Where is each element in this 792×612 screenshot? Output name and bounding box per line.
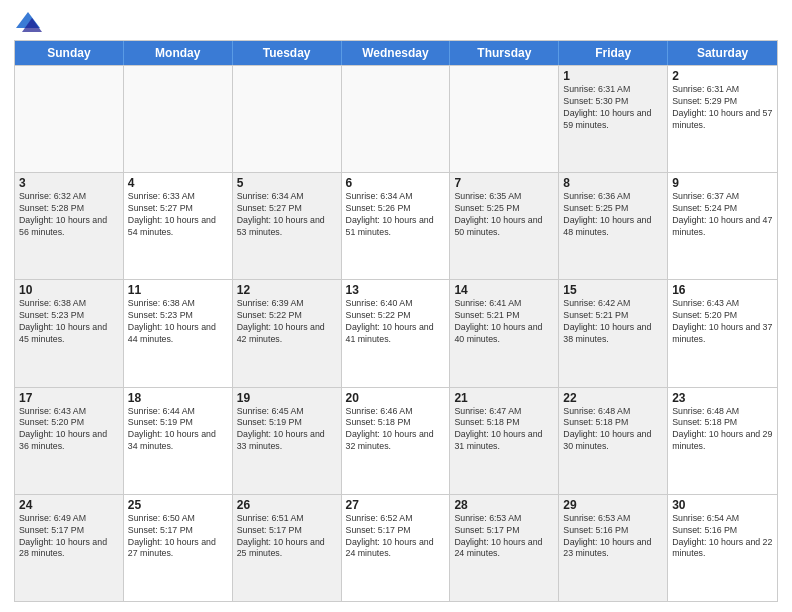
day-number: 13 — [346, 283, 446, 297]
day-number: 4 — [128, 176, 228, 190]
cal-header-tuesday: Tuesday — [233, 41, 342, 65]
cal-header-monday: Monday — [124, 41, 233, 65]
day-number: 17 — [19, 391, 119, 405]
header — [14, 10, 778, 34]
cal-empty-cell — [124, 66, 233, 172]
cal-week-2: 3Sunrise: 6:32 AM Sunset: 5:28 PM Daylig… — [15, 172, 777, 279]
day-info: Sunrise: 6:35 AM Sunset: 5:25 PM Dayligh… — [454, 191, 554, 239]
day-number: 2 — [672, 69, 773, 83]
cal-header-friday: Friday — [559, 41, 668, 65]
cal-week-4: 17Sunrise: 6:43 AM Sunset: 5:20 PM Dayli… — [15, 387, 777, 494]
day-number: 10 — [19, 283, 119, 297]
day-number: 5 — [237, 176, 337, 190]
calendar-header: SundayMondayTuesdayWednesdayThursdayFrid… — [15, 41, 777, 65]
cal-day-28: 28Sunrise: 6:53 AM Sunset: 5:17 PM Dayli… — [450, 495, 559, 601]
cal-header-thursday: Thursday — [450, 41, 559, 65]
day-info: Sunrise: 6:47 AM Sunset: 5:18 PM Dayligh… — [454, 406, 554, 454]
day-info: Sunrise: 6:37 AM Sunset: 5:24 PM Dayligh… — [672, 191, 773, 239]
day-info: Sunrise: 6:43 AM Sunset: 5:20 PM Dayligh… — [672, 298, 773, 346]
day-info: Sunrise: 6:49 AM Sunset: 5:17 PM Dayligh… — [19, 513, 119, 561]
calendar-body: 1Sunrise: 6:31 AM Sunset: 5:30 PM Daylig… — [15, 65, 777, 601]
day-number: 25 — [128, 498, 228, 512]
cal-day-3: 3Sunrise: 6:32 AM Sunset: 5:28 PM Daylig… — [15, 173, 124, 279]
day-number: 14 — [454, 283, 554, 297]
day-number: 28 — [454, 498, 554, 512]
cal-day-6: 6Sunrise: 6:34 AM Sunset: 5:26 PM Daylig… — [342, 173, 451, 279]
day-info: Sunrise: 6:54 AM Sunset: 5:16 PM Dayligh… — [672, 513, 773, 561]
cal-day-14: 14Sunrise: 6:41 AM Sunset: 5:21 PM Dayli… — [450, 280, 559, 386]
cal-header-sunday: Sunday — [15, 41, 124, 65]
day-info: Sunrise: 6:33 AM Sunset: 5:27 PM Dayligh… — [128, 191, 228, 239]
cal-day-19: 19Sunrise: 6:45 AM Sunset: 5:19 PM Dayli… — [233, 388, 342, 494]
day-number: 20 — [346, 391, 446, 405]
cal-day-1: 1Sunrise: 6:31 AM Sunset: 5:30 PM Daylig… — [559, 66, 668, 172]
day-info: Sunrise: 6:48 AM Sunset: 5:18 PM Dayligh… — [672, 406, 773, 454]
day-info: Sunrise: 6:31 AM Sunset: 5:30 PM Dayligh… — [563, 84, 663, 132]
day-number: 6 — [346, 176, 446, 190]
day-number: 26 — [237, 498, 337, 512]
cal-day-13: 13Sunrise: 6:40 AM Sunset: 5:22 PM Dayli… — [342, 280, 451, 386]
day-number: 29 — [563, 498, 663, 512]
day-number: 30 — [672, 498, 773, 512]
day-info: Sunrise: 6:34 AM Sunset: 5:26 PM Dayligh… — [346, 191, 446, 239]
cal-week-1: 1Sunrise: 6:31 AM Sunset: 5:30 PM Daylig… — [15, 65, 777, 172]
day-number: 22 — [563, 391, 663, 405]
cal-empty-cell — [450, 66, 559, 172]
day-info: Sunrise: 6:51 AM Sunset: 5:17 PM Dayligh… — [237, 513, 337, 561]
cal-day-25: 25Sunrise: 6:50 AM Sunset: 5:17 PM Dayli… — [124, 495, 233, 601]
day-info: Sunrise: 6:52 AM Sunset: 5:17 PM Dayligh… — [346, 513, 446, 561]
cal-week-5: 24Sunrise: 6:49 AM Sunset: 5:17 PM Dayli… — [15, 494, 777, 601]
cal-empty-cell — [342, 66, 451, 172]
cal-header-wednesday: Wednesday — [342, 41, 451, 65]
cal-day-24: 24Sunrise: 6:49 AM Sunset: 5:17 PM Dayli… — [15, 495, 124, 601]
cal-day-21: 21Sunrise: 6:47 AM Sunset: 5:18 PM Dayli… — [450, 388, 559, 494]
day-number: 23 — [672, 391, 773, 405]
cal-day-17: 17Sunrise: 6:43 AM Sunset: 5:20 PM Dayli… — [15, 388, 124, 494]
day-info: Sunrise: 6:53 AM Sunset: 5:16 PM Dayligh… — [563, 513, 663, 561]
cal-day-27: 27Sunrise: 6:52 AM Sunset: 5:17 PM Dayli… — [342, 495, 451, 601]
cal-day-29: 29Sunrise: 6:53 AM Sunset: 5:16 PM Dayli… — [559, 495, 668, 601]
logo-icon — [14, 10, 42, 34]
day-info: Sunrise: 6:41 AM Sunset: 5:21 PM Dayligh… — [454, 298, 554, 346]
cal-day-9: 9Sunrise: 6:37 AM Sunset: 5:24 PM Daylig… — [668, 173, 777, 279]
day-info: Sunrise: 6:32 AM Sunset: 5:28 PM Dayligh… — [19, 191, 119, 239]
cal-day-4: 4Sunrise: 6:33 AM Sunset: 5:27 PM Daylig… — [124, 173, 233, 279]
cal-day-26: 26Sunrise: 6:51 AM Sunset: 5:17 PM Dayli… — [233, 495, 342, 601]
cal-day-18: 18Sunrise: 6:44 AM Sunset: 5:19 PM Dayli… — [124, 388, 233, 494]
cal-day-16: 16Sunrise: 6:43 AM Sunset: 5:20 PM Dayli… — [668, 280, 777, 386]
cal-day-2: 2Sunrise: 6:31 AM Sunset: 5:29 PM Daylig… — [668, 66, 777, 172]
day-number: 19 — [237, 391, 337, 405]
day-info: Sunrise: 6:44 AM Sunset: 5:19 PM Dayligh… — [128, 406, 228, 454]
day-info: Sunrise: 6:50 AM Sunset: 5:17 PM Dayligh… — [128, 513, 228, 561]
day-number: 21 — [454, 391, 554, 405]
day-number: 27 — [346, 498, 446, 512]
cal-day-11: 11Sunrise: 6:38 AM Sunset: 5:23 PM Dayli… — [124, 280, 233, 386]
day-number: 18 — [128, 391, 228, 405]
day-number: 8 — [563, 176, 663, 190]
page: SundayMondayTuesdayWednesdayThursdayFrid… — [0, 0, 792, 612]
cal-day-8: 8Sunrise: 6:36 AM Sunset: 5:25 PM Daylig… — [559, 173, 668, 279]
day-info: Sunrise: 6:34 AM Sunset: 5:27 PM Dayligh… — [237, 191, 337, 239]
cal-day-7: 7Sunrise: 6:35 AM Sunset: 5:25 PM Daylig… — [450, 173, 559, 279]
day-info: Sunrise: 6:38 AM Sunset: 5:23 PM Dayligh… — [128, 298, 228, 346]
day-number: 9 — [672, 176, 773, 190]
day-number: 12 — [237, 283, 337, 297]
day-info: Sunrise: 6:42 AM Sunset: 5:21 PM Dayligh… — [563, 298, 663, 346]
cal-empty-cell — [15, 66, 124, 172]
cal-day-30: 30Sunrise: 6:54 AM Sunset: 5:16 PM Dayli… — [668, 495, 777, 601]
cal-empty-cell — [233, 66, 342, 172]
day-info: Sunrise: 6:36 AM Sunset: 5:25 PM Dayligh… — [563, 191, 663, 239]
day-number: 16 — [672, 283, 773, 297]
day-info: Sunrise: 6:43 AM Sunset: 5:20 PM Dayligh… — [19, 406, 119, 454]
day-info: Sunrise: 6:46 AM Sunset: 5:18 PM Dayligh… — [346, 406, 446, 454]
day-info: Sunrise: 6:53 AM Sunset: 5:17 PM Dayligh… — [454, 513, 554, 561]
day-info: Sunrise: 6:38 AM Sunset: 5:23 PM Dayligh… — [19, 298, 119, 346]
cal-day-22: 22Sunrise: 6:48 AM Sunset: 5:18 PM Dayli… — [559, 388, 668, 494]
cal-day-20: 20Sunrise: 6:46 AM Sunset: 5:18 PM Dayli… — [342, 388, 451, 494]
day-number: 3 — [19, 176, 119, 190]
day-number: 24 — [19, 498, 119, 512]
calendar: SundayMondayTuesdayWednesdayThursdayFrid… — [14, 40, 778, 602]
day-number: 11 — [128, 283, 228, 297]
cal-week-3: 10Sunrise: 6:38 AM Sunset: 5:23 PM Dayli… — [15, 279, 777, 386]
day-info: Sunrise: 6:40 AM Sunset: 5:22 PM Dayligh… — [346, 298, 446, 346]
